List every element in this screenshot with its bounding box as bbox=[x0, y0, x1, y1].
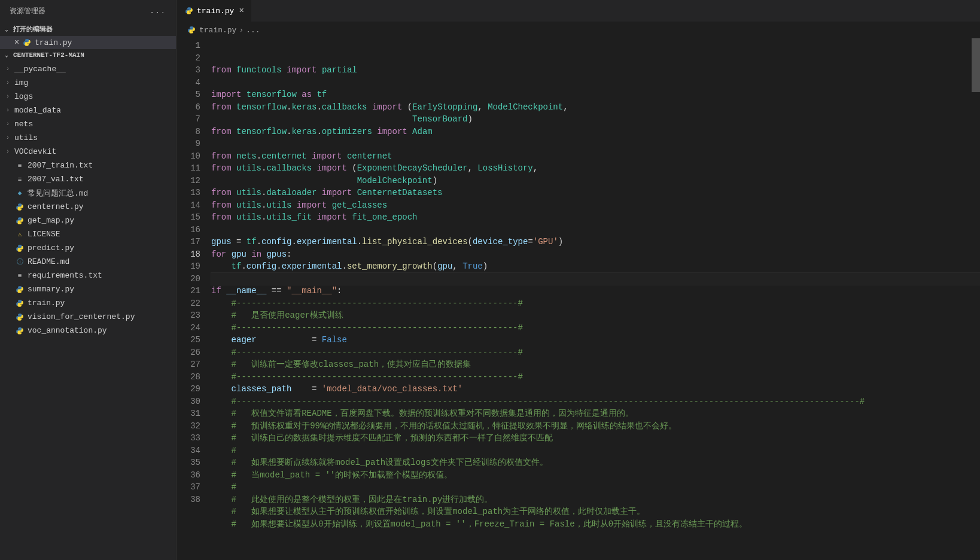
tree-file[interactable]: ≡2007_train.txt bbox=[0, 159, 176, 172]
code-line[interactable]: # 训练前一定要修改classes_path，使其对应自己的数据集 bbox=[211, 358, 980, 371]
code-line[interactable]: # 如果想要让模型从0开始训练，则设置model_path = ''，Freez… bbox=[211, 518, 980, 531]
line-number: 19 bbox=[176, 260, 200, 273]
code-line[interactable]: eager = False bbox=[211, 334, 980, 346]
code-line[interactable]: #---------------------------------------… bbox=[211, 322, 980, 334]
project-header[interactable]: ⌄ CENTERNET-TF2-MAIN bbox=[0, 49, 176, 61]
tree-item-label: LICENSE bbox=[28, 230, 60, 239]
code-line[interactable]: from functools import partial bbox=[211, 64, 980, 77]
code-line[interactable]: from utils.callbacks import (ExponentDec… bbox=[211, 162, 980, 175]
code-line[interactable]: # 如果想要断点续练就将model_path设置成logs文件夹下已经训练的权值… bbox=[211, 456, 980, 469]
code-line[interactable] bbox=[211, 224, 980, 236]
code-line[interactable]: classes_path = 'model_data/voc_classes.t… bbox=[211, 383, 980, 395]
tree-folder[interactable]: ›img bbox=[0, 76, 176, 90]
line-number: 9 bbox=[176, 138, 200, 150]
python-icon bbox=[22, 38, 32, 47]
tree-file[interactable]: ⓘREADME.md bbox=[0, 255, 176, 269]
tree-file[interactable]: centernet.py bbox=[0, 200, 176, 214]
tree-file[interactable]: get_map.py bbox=[0, 214, 176, 227]
code-line[interactable]: # 此处使用的是整个模型的权重，因此是在train.py进行加载的。 bbox=[211, 494, 980, 506]
code-line[interactable]: from utils.utils import get_classes bbox=[211, 199, 980, 212]
line-number: 38 bbox=[176, 494, 200, 506]
tree-item-label: voc_annotation.py bbox=[28, 326, 107, 335]
line-gutter: 1234567891011121314151617181920212223242… bbox=[176, 38, 211, 560]
code-line[interactable]: # 训练自己的数据集时提示维度不匹配正常，预测的东西都不一样了自然维度不匹配 bbox=[211, 432, 980, 445]
code-line[interactable]: # 权值文件请看README，百度网盘下载。数据的预训练权重对不同数据集是通用的… bbox=[211, 407, 980, 420]
code-line[interactable]: # 当model_path = ''的时候不加载整个模型的权值。 bbox=[211, 469, 980, 482]
line-number: 31 bbox=[176, 407, 200, 420]
tree-file[interactable]: voc_annotation.py bbox=[0, 324, 176, 337]
code-line[interactable]: # bbox=[211, 445, 980, 457]
chevron-right-icon: › bbox=[6, 66, 14, 72]
text-icon: ≡ bbox=[14, 175, 25, 184]
code-line[interactable] bbox=[211, 273, 980, 285]
tree-folder[interactable]: ›__pycache__ bbox=[0, 62, 176, 76]
code-line[interactable]: gpus = tf.config.experimental.list_physi… bbox=[211, 236, 980, 248]
code-line[interactable]: from utils.utils_fit import fit_one_epoc… bbox=[211, 211, 980, 224]
tree-folder[interactable]: ›logs bbox=[0, 90, 176, 104]
tree-file[interactable]: ≡requirements.txt bbox=[0, 269, 176, 282]
chevron-right-icon: › bbox=[6, 121, 14, 127]
tree-folder[interactable]: ›nets bbox=[0, 117, 176, 131]
tree-item-label: utils bbox=[14, 133, 38, 142]
tree-folder[interactable]: ›model_data bbox=[0, 104, 176, 117]
chevron-right-icon: › bbox=[6, 148, 14, 155]
tree-item-label: model_data bbox=[14, 106, 61, 115]
code-line[interactable]: for gpu in gpus: bbox=[211, 248, 980, 261]
code-line[interactable]: TensorBoard) bbox=[211, 113, 980, 126]
breadcrumb[interactable]: train.py › ... bbox=[176, 22, 980, 38]
code-line[interactable] bbox=[211, 77, 980, 89]
code-line[interactable]: from tensorflow.keras.callbacks import (… bbox=[211, 101, 980, 114]
explorer-title: 资源管理器 bbox=[10, 6, 45, 16]
code-line[interactable]: #---------------------------------------… bbox=[211, 346, 980, 359]
tree-folder[interactable]: ›VOCdevkit bbox=[0, 145, 176, 159]
line-number: 8 bbox=[176, 126, 200, 138]
code-line[interactable]: from nets.centernet import centernet bbox=[211, 150, 980, 163]
code-content[interactable]: from functools import partial import ten… bbox=[211, 38, 980, 560]
code-line[interactable]: if __name__ == "__main__": bbox=[211, 285, 980, 297]
close-icon[interactable]: × bbox=[239, 6, 244, 16]
line-number: 35 bbox=[176, 456, 200, 469]
tree-item-label: requirements.txt bbox=[28, 271, 102, 280]
tree-item-label: train.py bbox=[28, 299, 65, 308]
vertical-scrollbar[interactable] bbox=[972, 38, 980, 560]
line-number: 6 bbox=[176, 101, 200, 114]
scroll-thumb[interactable] bbox=[972, 38, 980, 92]
code-line[interactable]: from tensorflow.keras.optimizers import … bbox=[211, 126, 980, 138]
python-icon bbox=[14, 299, 25, 308]
code-line[interactable]: #---------------------------------------… bbox=[211, 297, 980, 310]
tree-item-label: get_map.py bbox=[28, 216, 74, 225]
code-line[interactable]: # 是否使用eager模式训练 bbox=[211, 309, 980, 322]
chevron-down-icon: ⌄ bbox=[5, 26, 13, 33]
code-editor[interactable]: 1234567891011121314151617181920212223242… bbox=[176, 38, 980, 560]
line-number: 11 bbox=[176, 162, 200, 175]
file-tree: ›__pycache__›img›logs›model_data›nets›ut… bbox=[0, 61, 176, 560]
editor-tab[interactable]: train.py× bbox=[176, 0, 252, 22]
code-line[interactable]: #---------------------------------------… bbox=[211, 395, 980, 408]
code-line[interactable]: #---------------------------------------… bbox=[211, 371, 980, 384]
tree-file[interactable]: ≡2007_val.txt bbox=[0, 172, 176, 186]
line-number: 12 bbox=[176, 175, 200, 187]
code-line[interactable] bbox=[211, 138, 980, 150]
tree-folder[interactable]: ›utils bbox=[0, 131, 176, 145]
code-line[interactable]: import tensorflow as tf bbox=[211, 89, 980, 101]
tree-file[interactable]: ◆常见问题汇总.md bbox=[0, 186, 176, 200]
code-line[interactable]: # bbox=[211, 481, 980, 494]
close-icon[interactable]: × bbox=[12, 38, 22, 47]
open-editor-item[interactable]: ×train.py bbox=[0, 36, 176, 49]
tree-file[interactable]: ⚠LICENSE bbox=[0, 227, 176, 241]
more-actions-button[interactable]: ... bbox=[150, 7, 166, 16]
tree-file[interactable]: summary.py bbox=[0, 282, 176, 296]
code-line[interactable]: ModelCheckpoint) bbox=[211, 175, 980, 187]
code-line[interactable]: # 预训练权重对于99%的情况都必须要用，不用的话权值太过随机，特征提取效果不明… bbox=[211, 420, 980, 433]
line-number: 24 bbox=[176, 322, 200, 334]
line-number: 16 bbox=[176, 224, 200, 236]
open-editors-header[interactable]: ⌄ 打开的编辑器 bbox=[0, 22, 176, 36]
open-editors-section: ⌄ 打开的编辑器 ×train.py bbox=[0, 22, 176, 49]
tree-file[interactable]: predict.py bbox=[0, 241, 176, 255]
tree-file[interactable]: train.py bbox=[0, 296, 176, 310]
tree-file[interactable]: vision_for_centernet.py bbox=[0, 310, 176, 324]
code-line[interactable]: from utils.dataloader import CenternetDa… bbox=[211, 187, 980, 199]
tree-item-label: __pycache__ bbox=[14, 65, 66, 74]
code-line[interactable]: # 如果想要让模型从主干的预训练权值开始训练，则设置model_path为主干网… bbox=[211, 506, 980, 518]
code-line[interactable]: tf.config.experimental.set_memory_growth… bbox=[211, 260, 980, 273]
